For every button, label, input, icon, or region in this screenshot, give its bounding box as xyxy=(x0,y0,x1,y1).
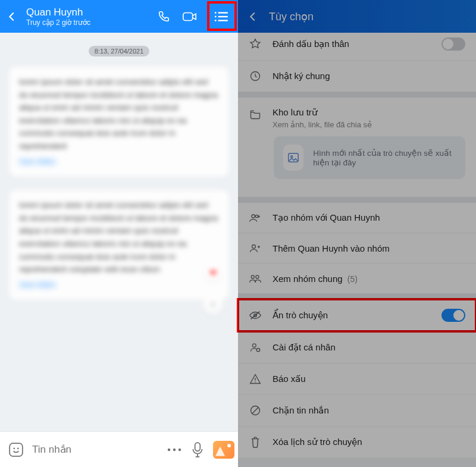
star-icon xyxy=(249,38,262,50)
option-storage[interactable]: Kho lưu trữ Xem ảnh, link, file đã chia … xyxy=(238,98,476,131)
svg-rect-13 xyxy=(195,443,201,451)
folder-icon xyxy=(249,109,262,120)
option-label: Tạo nhóm với Quan Huynh xyxy=(273,212,465,223)
option-common-groups[interactable]: Xem nhóm chung (5) xyxy=(238,264,476,293)
last-seen: Truy cập 2 giờ trước xyxy=(26,18,148,27)
options-title: Tùy chọn xyxy=(269,10,314,23)
option-hide-chat[interactable]: Ẩn trò chuyện xyxy=(238,299,476,332)
group-add-icon xyxy=(249,212,262,223)
clock-icon xyxy=(249,70,262,82)
reaction-heart-icon[interactable]: ❤ xyxy=(205,265,221,281)
options-menu-button[interactable] xyxy=(209,5,233,29)
block-icon xyxy=(249,405,262,416)
svg-point-12 xyxy=(178,448,181,450)
option-label: Thêm Quan Huynh vào nhóm xyxy=(273,243,465,253)
option-label: Xem nhóm chung xyxy=(273,274,343,284)
svg-rect-0 xyxy=(183,12,193,20)
section-divider xyxy=(238,293,476,299)
video-call-icon[interactable] xyxy=(181,8,199,26)
svg-rect-7 xyxy=(10,443,23,456)
microphone-icon[interactable] xyxy=(192,442,203,457)
options-header: Tùy chọn xyxy=(238,0,476,33)
more-icon[interactable] xyxy=(167,447,182,453)
svg-point-6 xyxy=(215,20,217,21)
svg-point-4 xyxy=(215,12,217,14)
svg-point-11 xyxy=(173,448,176,450)
option-label: Đánh dấu bạn thân xyxy=(273,39,431,49)
message-text: lorem ipsum dolor sit amet consectetur a… xyxy=(19,77,218,151)
option-label: Chặn tin nhắn xyxy=(273,405,465,416)
sticker-icon[interactable] xyxy=(8,442,24,457)
message-text: lorem ipsum dolor sit amet consectetur a… xyxy=(19,200,218,274)
best-friend-toggle[interactable] xyxy=(441,37,465,51)
chat-header: Quan Huynh Truy cập 2 giờ trước xyxy=(0,0,238,33)
message-bubble[interactable]: lorem ipsum dolor sit amet consectetur a… xyxy=(10,67,228,176)
option-label: Nhật ký chung xyxy=(273,71,465,82)
trash-icon xyxy=(249,436,262,448)
warning-icon xyxy=(249,373,262,385)
eye-off-icon xyxy=(249,310,262,321)
option-label: Ẩn trò chuyện xyxy=(273,310,431,321)
option-delete-history[interactable]: Xóa lịch sử trò chuyện xyxy=(238,427,476,457)
media-preview-box[interactable]: Hình mới nhất của trò chuyện sẽ xuất hiệ… xyxy=(274,136,465,179)
option-report[interactable]: Báo xấu xyxy=(238,363,476,395)
call-icon[interactable] xyxy=(155,8,173,26)
chat-body[interactable]: 8:13, 27/04/2021 lorem ipsum dolor sit a… xyxy=(0,33,238,431)
section-divider xyxy=(238,92,476,98)
svg-point-16 xyxy=(291,156,293,158)
option-shared-diary[interactable]: Nhật ký chung xyxy=(238,61,476,92)
back-button[interactable] xyxy=(5,10,19,23)
svg-point-9 xyxy=(17,447,19,449)
option-sublabel: Xem ảnh, link, file đã chia sẻ xyxy=(273,120,465,129)
options-pane: Tùy chọn Đánh dấu bạn thân Nhật ký chung… xyxy=(238,0,476,467)
svg-point-5 xyxy=(215,15,217,17)
reaction-button[interactable]: ☺ xyxy=(203,294,223,314)
svg-point-27 xyxy=(255,381,256,383)
option-block[interactable]: Chặn tin nhắn xyxy=(238,395,476,427)
storage-preview-wrap: Hình mới nhất của trò chuyện sẽ xuất hiệ… xyxy=(238,131,476,197)
svg-point-10 xyxy=(168,448,170,450)
header-actions xyxy=(155,5,233,29)
common-groups-count: (5) xyxy=(347,274,358,284)
option-personal-settings[interactable]: Cài đặt cá nhân xyxy=(238,332,476,363)
user-settings-icon xyxy=(249,341,262,353)
option-label: Kho lưu trữ xyxy=(273,107,465,118)
contact-block[interactable]: Quan Huynh Truy cập 2 giờ trước xyxy=(26,7,148,27)
see-more-link[interactable]: Xem thêm xyxy=(19,278,56,292)
list-icon xyxy=(214,10,229,23)
hide-chat-toggle[interactable] xyxy=(441,309,465,322)
options-list: Đánh dấu bạn thân Nhật ký chung Kho lưu … xyxy=(238,33,476,457)
contact-name: Quan Huynh xyxy=(26,7,148,18)
svg-point-19 xyxy=(252,245,256,249)
option-best-friend[interactable]: Đánh dấu bạn thân xyxy=(238,33,476,61)
svg-point-8 xyxy=(13,447,15,449)
user-add-icon xyxy=(249,243,262,253)
svg-point-17 xyxy=(252,215,255,218)
timestamp-pill: 8:13, 27/04/2021 xyxy=(89,46,150,57)
message-bubble[interactable]: lorem ipsum dolor sit amet consectetur a… xyxy=(10,190,228,299)
photo-button[interactable] xyxy=(213,441,234,459)
back-button[interactable] xyxy=(246,10,259,23)
option-label: Xóa lịch sử trò chuyện xyxy=(273,437,465,447)
svg-point-21 xyxy=(256,275,259,278)
option-add-to-group[interactable]: Thêm Quan Huynh vào nhóm xyxy=(238,233,476,264)
svg-rect-15 xyxy=(289,153,299,162)
image-placeholder-icon xyxy=(283,145,303,171)
see-more-link[interactable]: Xem thêm xyxy=(19,155,56,168)
message-input[interactable] xyxy=(32,444,158,456)
section-divider xyxy=(238,197,476,203)
message-input-bar xyxy=(0,431,238,467)
option-label: Báo xấu xyxy=(273,374,465,384)
svg-line-29 xyxy=(252,408,258,413)
chat-pane: Quan Huynh Truy cập 2 giờ trước 8:13, 27… xyxy=(0,0,238,467)
option-create-group[interactable]: Tạo nhóm với Quan Huynh xyxy=(238,203,476,233)
svg-point-20 xyxy=(251,275,254,278)
media-hint-text: Hình mới nhất của trò chuyện sẽ xuất hiệ… xyxy=(313,148,456,167)
svg-point-24 xyxy=(252,344,256,347)
option-label: Cài đặt cá nhân xyxy=(273,342,465,353)
group-icon xyxy=(249,273,262,284)
